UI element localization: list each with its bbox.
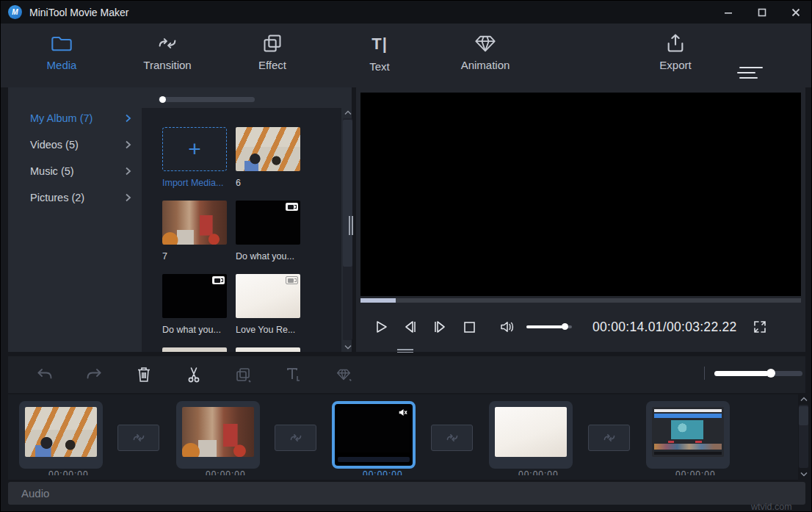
app-logo-icon: M	[8, 5, 22, 19]
thumbnail-white-video[interactable]	[236, 274, 300, 318]
horizontal-splitter-handle[interactable]	[397, 349, 413, 353]
transition-slot-3[interactable]	[431, 425, 473, 451]
video-camera-icon	[286, 203, 298, 211]
library-item[interactable]: Love You Re...	[236, 274, 300, 335]
text-tool-button[interactable]	[278, 362, 308, 387]
tab-media[interactable]: Media	[21, 34, 102, 71]
timeline-vertical-scrollbar[interactable]	[799, 396, 809, 478]
timeline-clip-5[interactable]	[646, 401, 730, 469]
chevron-right-icon	[125, 140, 131, 149]
thumbnail-partial[interactable]	[162, 347, 227, 352]
chevron-down-icon[interactable]	[799, 469, 808, 479]
timeline-clip-4[interactable]	[489, 401, 573, 469]
seek-bar[interactable]	[360, 298, 801, 303]
stop-button[interactable]	[454, 314, 484, 339]
sidebar-item-videos[interactable]: Videos (5)	[8, 131, 142, 158]
timeline-clip-2[interactable]	[176, 401, 260, 469]
library-item[interactable]: Do what you...	[236, 201, 300, 262]
chevron-up-icon[interactable]	[343, 108, 352, 118]
clip-thumbnail	[495, 407, 567, 457]
thumbnail-black-video[interactable]	[162, 274, 227, 318]
seek-progress	[360, 298, 396, 303]
clip-duration-selected: 00:00:00	[363, 471, 403, 475]
minimize-button[interactable]	[711, 1, 745, 24]
hamburger-menu-button[interactable]	[733, 62, 766, 84]
chevron-down-icon[interactable]	[343, 342, 352, 352]
thumbnail-black-video[interactable]	[236, 201, 300, 245]
sidebar-item-label: My Album (7)	[30, 112, 93, 124]
export-icon	[665, 34, 686, 53]
plus-icon[interactable]: +	[162, 127, 227, 171]
library-horizontal-scrollbar[interactable]	[159, 97, 255, 102]
transition-icon	[601, 431, 617, 444]
fullscreen-icon[interactable]	[753, 320, 766, 333]
import-media-tile[interactable]: + Import Media...	[162, 127, 227, 188]
tab-export[interactable]: Export	[635, 34, 716, 71]
redo-button[interactable]	[79, 362, 109, 387]
thumbnail-partial[interactable]	[236, 347, 300, 352]
edit-toolbar	[8, 356, 805, 393]
transition-icon	[156, 34, 178, 53]
transition-icon	[288, 431, 304, 444]
sidebar-item-pictures[interactable]: Pictures (2)	[8, 184, 142, 211]
tab-transition[interactable]: Transition	[127, 34, 208, 71]
zoom-handle[interactable]	[766, 369, 775, 378]
tab-animation[interactable]: Animation	[445, 34, 526, 71]
thumbnail-vr-people[interactable]	[236, 127, 300, 171]
sidebar-item-music[interactable]: Music (5)	[8, 158, 142, 184]
timeline-clip-1[interactable]	[19, 401, 103, 469]
close-button[interactable]	[779, 1, 812, 24]
animation-tool-button[interactable]	[329, 362, 358, 387]
transition-slot-2[interactable]	[275, 425, 316, 451]
scrollbar-thumb[interactable]	[799, 406, 808, 425]
library-item[interactable]: Do what you...	[162, 274, 227, 335]
duplicate-button[interactable]	[228, 362, 258, 387]
sidebar-item-my-album[interactable]: My Album (7)	[8, 105, 142, 131]
tab-transition-label: Transition	[143, 59, 191, 71]
playback-controls: 00:00:14.01/00:03:22.22	[356, 311, 805, 342]
preview-panel: 00:00:14.01/00:03:22.22	[356, 87, 805, 352]
volume-handle[interactable]	[562, 323, 568, 330]
clip-duration: 00:00:00	[206, 471, 246, 475]
clip-thumbnail	[25, 407, 97, 457]
next-frame-button[interactable]	[425, 314, 454, 339]
import-media-label: Import Media...	[162, 178, 227, 188]
undo-button[interactable]	[30, 362, 59, 387]
chevron-up-icon[interactable]	[799, 394, 808, 404]
library-item[interactable]: 7	[162, 201, 227, 262]
chevron-right-icon	[125, 193, 131, 202]
video-preview[interactable]	[360, 93, 801, 296]
chevron-right-icon	[125, 167, 131, 176]
audio-track[interactable]: Audio	[8, 482, 805, 505]
library-item[interactable]	[162, 347, 227, 352]
effect-icon	[262, 34, 283, 53]
play-button[interactable]	[366, 314, 396, 339]
sidebar-item-label: Pictures (2)	[30, 192, 84, 203]
zoom-fill	[714, 371, 769, 376]
tab-effect[interactable]: Effect	[232, 34, 313, 71]
timecode: 00:00:14.01/00:03:22.22	[592, 320, 737, 335]
volume-icon[interactable]	[493, 314, 522, 339]
main-toolbar: Media Transition Effect T| Text Animatio…	[1, 24, 812, 87]
library-item[interactable]: 6	[236, 127, 300, 188]
sidebar-item-label: Videos (5)	[30, 139, 79, 151]
timeline-track: 00:00:00 00:00:00 00:00:00 00:00:00	[8, 394, 798, 480]
maximize-button[interactable]	[745, 1, 779, 24]
timeline-zoom-slider[interactable]	[714, 371, 802, 376]
tab-text[interactable]: T| Text	[339, 34, 420, 73]
delete-button[interactable]	[129, 362, 159, 387]
library-item[interactable]	[236, 347, 300, 352]
timeline-clip-3-selected[interactable]	[332, 401, 416, 469]
transition-slot-4[interactable]	[588, 425, 630, 451]
panel-splitter-handle[interactable]	[349, 216, 355, 235]
thumbnail-cooking-couple[interactable]	[162, 201, 227, 245]
album-sidebar: My Album (7) Videos (5) Music (5) Pictur…	[8, 105, 142, 211]
split-button[interactable]	[179, 362, 209, 387]
media-panel: My Album (7) Videos (5) Music (5) Pictur…	[8, 87, 352, 352]
transition-slot-1[interactable]	[117, 425, 159, 451]
tab-export-label: Export	[659, 59, 691, 71]
volume-slider[interactable]	[526, 325, 572, 328]
transition-icon	[131, 431, 147, 444]
previous-frame-button[interactable]	[396, 314, 425, 339]
scrollbar-thumb[interactable]	[343, 120, 352, 267]
